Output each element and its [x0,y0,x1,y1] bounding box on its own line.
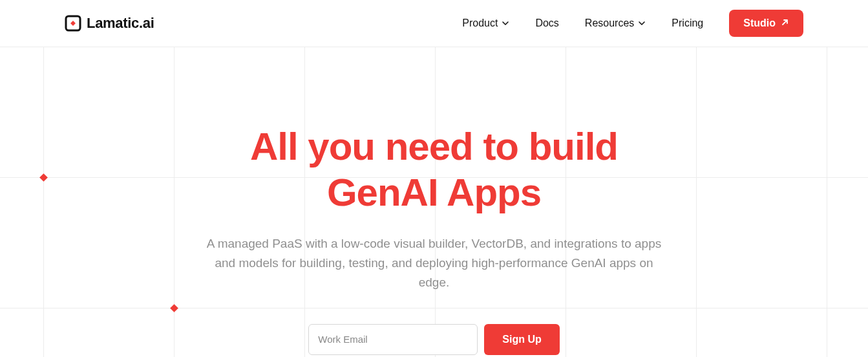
nav-resources-label: Resources [585,17,634,29]
hero-headline-line2: GenAI Apps [327,171,541,214]
nav-docs[interactable]: Docs [535,17,558,29]
svg-rect-0 [70,21,76,26]
brand-logo-icon [65,15,81,32]
hero-headline-line1: All you need to build [250,125,618,168]
top-navbar: Lamatic.ai Product Docs Resources Pricin… [0,0,868,47]
nav-product-label: Product [462,17,498,29]
chevron-down-icon [502,19,509,27]
brand-name: Lamatic.ai [87,15,154,32]
signup-button[interactable]: Sign Up [484,324,559,355]
studio-button-label: Studio [743,17,776,29]
nav-resources[interactable]: Resources [585,17,646,29]
work-email-input[interactable] [308,324,478,355]
nav-pricing[interactable]: Pricing [672,17,703,29]
nav-links: Product Docs Resources Pricing Studio [462,10,803,37]
nav-docs-label: Docs [535,17,558,29]
hero-section: All you need to build GenAI Apps A manag… [0,47,868,355]
hero-headline: All you need to build GenAI Apps [0,124,868,216]
studio-button[interactable]: Studio [729,10,803,37]
brand-logo-link[interactable]: Lamatic.ai [65,15,154,32]
signup-form: Sign Up [0,324,868,355]
nav-pricing-label: Pricing [672,17,703,29]
chevron-down-icon [638,19,646,27]
hero-subtext: A managed PaaS with a low-code visual bu… [202,234,667,293]
arrow-up-right-icon [781,17,789,29]
nav-product[interactable]: Product [462,17,509,29]
